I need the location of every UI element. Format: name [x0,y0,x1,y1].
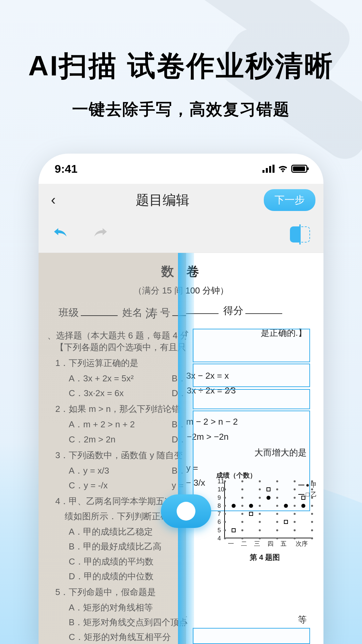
legend-a: 甲 [311,481,317,489]
detect-box [193,628,310,644]
label-number: 号 [160,307,170,318]
slider-knob-icon [177,502,195,521]
q3-A: A．y = x/3 [69,463,169,478]
q2-C: C．2m > 2n [69,432,169,447]
paper-meta-left: （满分 15 [133,285,172,296]
wifi-icon [278,165,288,173]
statusbar: 9:41 [39,154,323,184]
q4-B: B．甲的最好成绩比乙高 [69,541,162,551]
chart-caption: 第 4 题图 [216,552,313,562]
detect-box [193,329,310,362]
q3: 3．下列函数中，函数值 y 随自变 [55,450,183,460]
detect-box [193,389,310,409]
q5-A: A．矩形的对角线相等 [69,602,153,612]
back-button[interactable]: ‹ [45,192,61,208]
redo-icon [92,225,109,242]
status-time: 9:41 [55,162,77,175]
chart-title: 成绩（个数） [216,471,313,480]
q1-A: A．3x + 2x = 5x² [69,371,169,386]
q5-B: B．矩形对角线交点到四个顶点 [69,617,188,627]
paper-title-left: 数 [161,264,174,278]
chevron-left-icon: ‹ [51,192,56,208]
section1-text: 、选择题（本大题共 6 题，每题 4 分 [47,330,189,340]
legend-b: 乙 [311,490,317,498]
q4-D: D．甲的成绩的中位数 [69,571,154,581]
signal-icon [262,165,275,173]
promo-title: AI扫描 试卷作业秒清晰 [0,47,362,85]
promo-subtitle: 一键去除手写，高效复习错题 [0,99,362,120]
compare-right-icon [301,226,310,243]
handwritten-name: 涛 [145,307,158,320]
q4-chart: 成绩（个数） 4567891011 ●甲 □乙 一二三四五 次序 第 4 题图 [216,471,313,562]
navbar: ‹ 题目编辑 下一步 [39,184,323,216]
q4-A: A．甲的成绩比乙稳定 [69,527,153,537]
next-step-button[interactable]: 下一步 [264,189,315,211]
battery-icon [291,165,307,173]
compare-slider-handle[interactable] [161,494,211,528]
q5-C: C．矩形的对角线互相平分 [69,632,171,642]
compare-left-icon [290,226,299,243]
next-step-label: 下一步 [275,194,305,205]
phone-mockup: 9:41 ‹ 题目编辑 下一步 [39,154,323,644]
q4-C: C．甲的成绩的平均数 [69,556,154,567]
q1-C: C．3x·2x = 6x [69,386,169,400]
label-class: 班级 [59,307,79,318]
undo-button[interactable] [52,225,69,244]
toolbar [39,216,323,253]
undo-icon [52,225,69,242]
q3-C: C．y = -/x [69,478,169,493]
page-title: 题目编辑 [136,191,189,209]
redo-button[interactable] [92,225,109,244]
detect-box [193,364,310,387]
label-name: 姓名 [122,307,142,318]
promo-block: AI扫描 试卷作业秒清晰 一键去除手写，高效复习错题 [0,0,362,120]
chart-xaxis: 一二三四五 次序 [224,540,311,548]
q2-A: A．m + 2 > n + 2 [69,417,169,432]
document-compare-area[interactable]: 数 卷 （满分 15 间 100 分钟） 班级 姓名 涛 号 得分 、选择题（本… [39,253,323,644]
compare-divider-icon [299,224,301,245]
compare-toggle-button[interactable] [290,226,310,243]
chart-legend: ●甲 □乙 [298,481,317,500]
